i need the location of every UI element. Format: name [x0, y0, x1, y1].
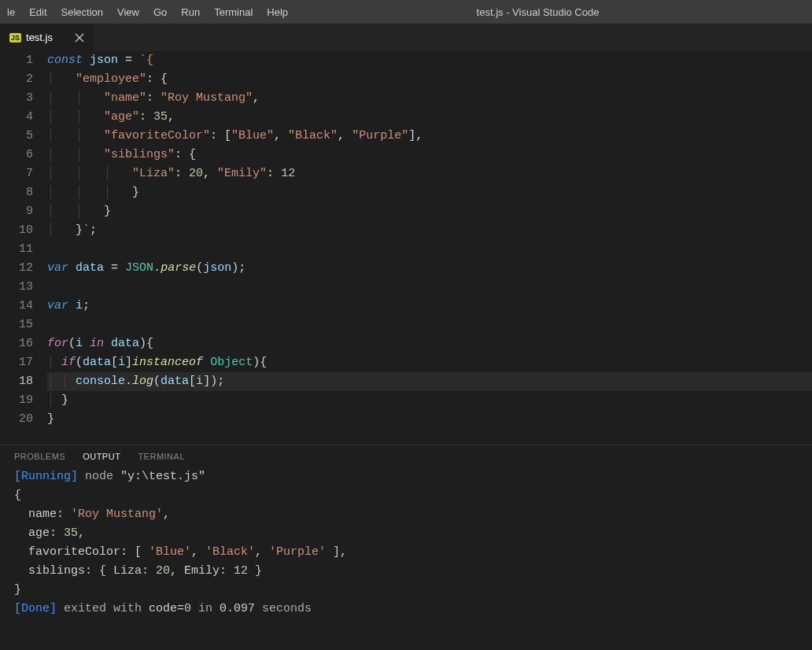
output-line: { — [14, 486, 798, 505]
code-line[interactable]: for(i in data){ — [47, 334, 812, 353]
line-number: 7 — [0, 164, 33, 183]
code-editor[interactable]: 1234567891011121314151617181920 const js… — [0, 51, 812, 445]
code-line[interactable]: │ │ "favoriteColor": ["Blue", "Black", "… — [47, 127, 812, 146]
close-icon[interactable] — [73, 31, 86, 44]
code-line[interactable]: │ │ "siblings": { — [47, 146, 812, 164]
editor-tabs: JS test.js — [0, 24, 812, 51]
line-number: 20 — [0, 410, 33, 429]
line-number: 17 — [0, 353, 33, 372]
code-line[interactable]: │ │ │ } — [47, 183, 812, 202]
code-line[interactable]: │ │ "age": 35, — [47, 108, 812, 127]
output-line: age: 35, — [14, 524, 798, 543]
code-line[interactable] — [47, 278, 812, 297]
panel-tab-problems[interactable]: PROBLEMS — [14, 452, 65, 461]
line-number: 19 — [0, 391, 33, 410]
line-number: 15 — [0, 316, 33, 334]
code-line[interactable]: │ } — [47, 391, 812, 410]
line-number: 5 — [0, 127, 33, 146]
menubar: leEditSelectionViewGoRunTerminalHelp — [0, 0, 295, 24]
menu-item-help[interactable]: Help — [260, 0, 295, 24]
line-number: 1 — [0, 51, 33, 70]
output-line: favoriteColor: [ 'Blue', 'Black', 'Purpl… — [14, 543, 798, 562]
menu-item-edit[interactable]: Edit — [22, 0, 54, 24]
line-number: 2 — [0, 70, 33, 89]
panel-tabs: PROBLEMSOUTPUTTERMINAL — [0, 445, 812, 466]
code-line[interactable]: │ }`; — [47, 221, 812, 240]
panel-tab-output[interactable]: OUTPUT — [83, 452, 120, 461]
line-number: 8 — [0, 183, 33, 202]
line-number: 14 — [0, 297, 33, 316]
line-number: 12 — [0, 259, 33, 278]
code-line[interactable]: │ │ │ "Liza": 20, "Emily": 12 — [47, 164, 812, 183]
code-line[interactable]: │ │ "name": "Roy Mustang", — [47, 89, 812, 108]
output-line: } — [14, 581, 798, 600]
code-line[interactable]: } — [47, 410, 812, 429]
menu-item-run[interactable]: Run — [174, 0, 207, 24]
code-line[interactable]: │ │ console.log(data[i]); — [47, 372, 812, 391]
output-line: name: 'Roy Mustang', — [14, 505, 798, 524]
menu-item-le[interactable]: le — [0, 0, 22, 24]
code-line[interactable]: const json = `{ — [47, 51, 812, 70]
menu-item-go[interactable]: Go — [146, 0, 174, 24]
code-line[interactable]: var data = JSON.parse(json); — [47, 259, 812, 278]
bottom-panel: PROBLEMSOUTPUTTERMINAL [Running] node "y… — [0, 445, 812, 620]
output-panel[interactable]: [Running] node "y:\test.js"{ name: 'Roy … — [0, 466, 812, 620]
code-line[interactable]: │ │ } — [47, 202, 812, 221]
code-line[interactable]: │ if(data[i]instanceof Object){ — [47, 353, 812, 372]
code-line[interactable] — [47, 240, 812, 259]
line-number: 11 — [0, 240, 33, 259]
code-line[interactable]: │ "employee": { — [47, 70, 812, 89]
line-number: 13 — [0, 278, 33, 297]
tab-test-js[interactable]: JS test.js — [0, 24, 94, 51]
code-line[interactable] — [47, 316, 812, 334]
menu-item-selection[interactable]: Selection — [54, 0, 110, 24]
panel-tab-terminal[interactable]: TERMINAL — [138, 452, 185, 461]
output-line: [Done] exited with code=0 in 0.097 secon… — [14, 600, 798, 619]
menu-item-terminal[interactable]: Terminal — [207, 0, 260, 24]
output-line: [Running] node "y:\test.js" — [14, 467, 798, 486]
line-number: 6 — [0, 146, 33, 164]
line-number: 4 — [0, 108, 33, 127]
menu-item-view[interactable]: View — [110, 0, 146, 24]
code-area[interactable]: const json = `{│ "employee": {│ │ "name"… — [47, 51, 812, 445]
tab-label: test.js — [26, 31, 53, 43]
window-title: test.js - Visual Studio Code — [295, 6, 781, 18]
line-number: 18 — [0, 372, 33, 391]
output-line: siblings: { Liza: 20, Emily: 12 } — [14, 562, 798, 581]
line-number: 10 — [0, 221, 33, 240]
js-icon: JS — [9, 33, 21, 42]
line-number: 3 — [0, 89, 33, 108]
code-line[interactable]: var i; — [47, 297, 812, 316]
titlebar: leEditSelectionViewGoRunTerminalHelp tes… — [0, 0, 812, 24]
line-gutter: 1234567891011121314151617181920 — [0, 51, 47, 445]
line-number: 16 — [0, 334, 33, 353]
line-number: 9 — [0, 202, 33, 221]
